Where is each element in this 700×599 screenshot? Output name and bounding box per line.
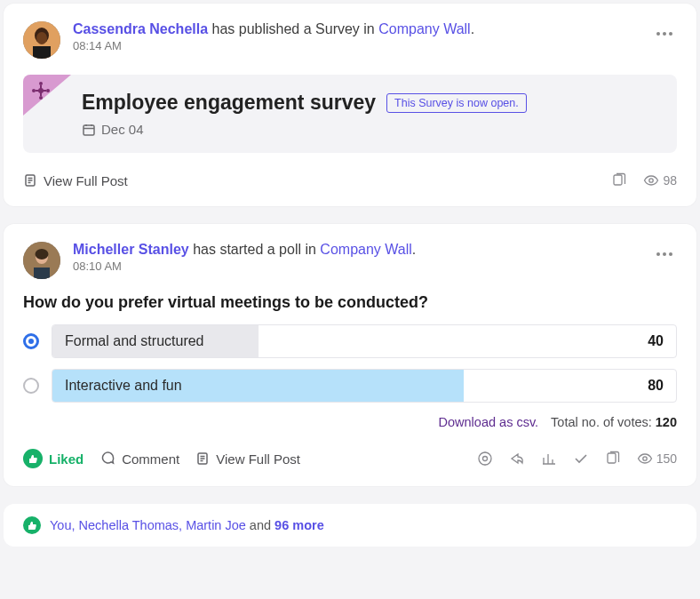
svg-rect-3 bbox=[33, 46, 51, 59]
likers-bar[interactable]: You, Nechella Thomas, Martin Joe and 96 … bbox=[4, 504, 696, 547]
svg-rect-9 bbox=[84, 125, 94, 135]
svg-point-6 bbox=[39, 96, 43, 100]
like-button[interactable]: Liked bbox=[23, 449, 84, 468]
svg-rect-16 bbox=[34, 268, 50, 279]
document-icon bbox=[23, 173, 37, 188]
radio-button[interactable] bbox=[23, 378, 39, 394]
more-options-button[interactable] bbox=[651, 21, 677, 44]
copy-button[interactable] bbox=[605, 451, 621, 467]
svg-point-18 bbox=[479, 452, 491, 465]
view-full-post-button[interactable]: View Full Post bbox=[195, 451, 300, 467]
copy-button[interactable] bbox=[611, 172, 627, 188]
download-csv-link[interactable]: Download as csv. bbox=[439, 415, 539, 429]
thumbs-up-icon bbox=[23, 516, 41, 534]
svg-rect-20 bbox=[608, 453, 616, 463]
headline: Micheller Stanley has started a poll in … bbox=[73, 242, 639, 258]
svg-rect-11 bbox=[614, 175, 622, 185]
svg-point-19 bbox=[482, 457, 487, 461]
survey-title: Employee engagement survey bbox=[82, 91, 376, 115]
wall-link[interactable]: Company Wall bbox=[320, 242, 411, 257]
survey-date: Dec 04 bbox=[101, 122, 144, 137]
document-icon bbox=[195, 451, 210, 466]
svg-point-7 bbox=[32, 89, 36, 92]
svg-point-15 bbox=[36, 249, 49, 260]
radio-button[interactable] bbox=[23, 333, 39, 349]
comment-icon bbox=[99, 450, 115, 468]
thumbs-up-icon bbox=[23, 449, 43, 468]
survey-status-badge: This Survey is now open. bbox=[386, 93, 527, 113]
comment-button[interactable]: Comment bbox=[99, 450, 179, 468]
likers-more[interactable]: 96 more bbox=[274, 518, 324, 532]
stats-button[interactable] bbox=[541, 451, 557, 467]
poll-question: How do you prefer virtual meetings to be… bbox=[23, 293, 677, 312]
post-header: Micheller Stanley has started a poll in … bbox=[23, 242, 677, 279]
survey-corner-icon bbox=[23, 75, 71, 116]
audio-button[interactable] bbox=[477, 451, 493, 467]
views-count[interactable]: 150 bbox=[637, 451, 677, 467]
views-count[interactable]: 98 bbox=[643, 172, 677, 188]
svg-point-21 bbox=[642, 457, 646, 460]
timestamp: 08:14 AM bbox=[73, 39, 639, 52]
check-button[interactable] bbox=[573, 451, 589, 467]
svg-point-5 bbox=[39, 82, 43, 85]
timestamp: 08:10 AM bbox=[73, 260, 639, 273]
share-button[interactable] bbox=[509, 451, 525, 467]
poll-options: Formal and structured 40 Interactive and… bbox=[23, 324, 677, 403]
calendar-icon bbox=[82, 123, 96, 137]
avatar[interactable] bbox=[23, 242, 60, 279]
svg-point-2 bbox=[36, 32, 47, 44]
post-survey: Cassendra Nechella has published a Surve… bbox=[4, 4, 696, 206]
post-header: Cassendra Nechella has published a Surve… bbox=[23, 21, 677, 59]
author-link[interactable]: Cassendra Nechella bbox=[73, 21, 208, 36]
svg-point-8 bbox=[46, 89, 50, 92]
likers-names[interactable]: You, Nechella Thomas, Martin Joe bbox=[50, 518, 246, 532]
more-options-button[interactable] bbox=[651, 242, 677, 265]
poll-option[interactable]: Interactive and fun 80 bbox=[23, 369, 677, 403]
view-full-post-button[interactable]: View Full Post bbox=[23, 173, 128, 188]
author-link[interactable]: Micheller Stanley bbox=[73, 242, 189, 257]
wall-link[interactable]: Company Wall bbox=[378, 21, 470, 36]
survey-banner[interactable]: Employee engagement survey This Survey i… bbox=[23, 75, 677, 153]
svg-point-12 bbox=[649, 179, 653, 182]
poll-option[interactable]: Formal and structured 40 bbox=[23, 324, 677, 358]
post-poll: Micheller Stanley has started a poll in … bbox=[4, 224, 696, 486]
avatar[interactable] bbox=[23, 21, 60, 59]
headline: Cassendra Nechella has published a Surve… bbox=[73, 21, 639, 37]
